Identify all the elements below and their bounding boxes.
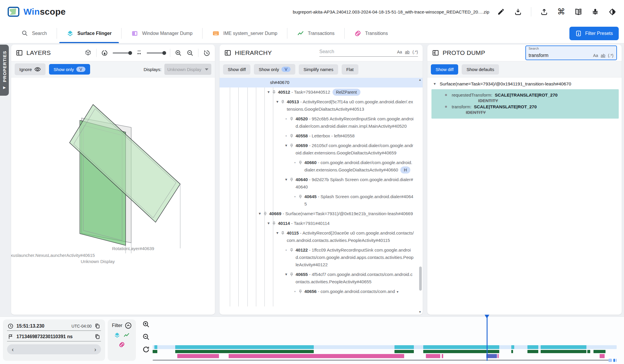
tab-search[interactable]: Search xyxy=(12,23,57,43)
timeline-scroll-handle[interactable] xyxy=(608,359,612,362)
rotation-slider[interactable] xyxy=(113,53,131,53)
timeline-row-transactions[interactable] xyxy=(153,350,617,353)
copy-icon[interactable] xyxy=(95,334,100,340)
transactions-filter-icon[interactable] xyxy=(123,332,130,338)
spacing-slider[interactable] xyxy=(147,53,166,53)
match-word-toggle[interactable]: ab xyxy=(405,50,410,54)
timeline-cursor[interactable] xyxy=(487,317,488,361)
panel-collapse-icon[interactable] xyxy=(16,49,23,56)
transaction-segment[interactable] xyxy=(394,350,414,353)
show-only-button[interactable]: Show only V xyxy=(49,64,90,75)
docs-icon[interactable] xyxy=(574,8,582,16)
proto-property-row[interactable]: requestedTransform:SCALE|TRANSLATE|ROT_2… xyxy=(431,92,619,103)
transition-segment[interactable] xyxy=(600,354,605,358)
dark-mode-icon[interactable] xyxy=(608,8,616,16)
tree-node-40669[interactable]: ▾40669 - Surface(name=Task=7931)/@0x619e… xyxy=(220,209,423,219)
transaction-segment[interactable] xyxy=(511,350,513,353)
surface-flinger-filter-icon[interactable] xyxy=(114,332,120,338)
timeline-zoom-reset-icon[interactable] xyxy=(142,346,150,353)
tree-node-40512[interactable]: ▾40512 - Task=7934#40512RelZParent xyxy=(220,87,423,97)
ns-time-field[interactable]: 1713469873230110391 ns xyxy=(7,333,101,341)
proto-property-row[interactable]: transform:SCALE|TRANSLATE|ROT_270IDENTIT… xyxy=(431,103,619,115)
proto-root-node[interactable]: ▾ Surface(name=Task=7934)/@0x1941191_tra… xyxy=(427,77,622,89)
collapse-arrow-icon[interactable]: ▾ xyxy=(274,98,281,105)
timeline-zoom-in-icon[interactable] xyxy=(142,320,150,328)
transaction-segment[interactable] xyxy=(541,350,587,353)
pin-icon[interactable] xyxy=(298,194,302,199)
collapse-arrow-icon[interactable]: ▾ xyxy=(265,88,272,96)
transition-segment[interactable] xyxy=(177,354,219,358)
download-icon[interactable] xyxy=(514,8,522,16)
collapse-arrow-icon[interactable]: ▾ xyxy=(256,210,263,217)
scroll-up-icon[interactable]: ▲ xyxy=(419,78,421,81)
zoom-out-icon[interactable] xyxy=(186,49,194,57)
layers-3d-scene[interactable]: RotationLayer#40639 exuslauncher.NexusLa… xyxy=(11,77,215,314)
show-diff-button[interactable]: Show diff xyxy=(223,64,250,75)
prev-frame-button[interactable]: ‹ xyxy=(12,346,14,353)
flat-button[interactable]: Flat xyxy=(342,64,358,75)
tree-node-40640[interactable]: ▾40640 - 9d2d27b Splash Screen com.googl… xyxy=(220,175,423,192)
spacing-slider-icon[interactable] xyxy=(136,49,142,56)
show-diff-button[interactable]: Show diff xyxy=(431,64,458,75)
panel-collapse-icon[interactable] xyxy=(432,49,439,56)
zoom-in-icon[interactable] xyxy=(175,49,182,57)
pin-icon[interactable] xyxy=(281,231,285,235)
transition-segment[interactable] xyxy=(442,354,443,358)
scrollbar-thumb[interactable] xyxy=(419,267,422,291)
sf-trace-segment[interactable] xyxy=(527,345,538,349)
pin-icon[interactable] xyxy=(281,100,285,104)
match-word-toggle[interactable]: ab xyxy=(601,53,606,58)
tree-node-40520[interactable]: •40520 - 952c6b5 ActivityRecordInputSink… xyxy=(220,114,423,131)
tab-window-manager-dump[interactable]: Window Manager Dump xyxy=(122,23,202,43)
transaction-segment[interactable] xyxy=(587,350,590,353)
sf-trace-segment[interactable] xyxy=(511,345,514,349)
displays-select[interactable]: Unknown Display xyxy=(164,64,211,75)
tab-transitions[interactable]: Transitions xyxy=(345,23,398,43)
transaction-segment[interactable] xyxy=(423,350,499,353)
transaction-segment[interactable] xyxy=(153,350,157,353)
collapse-filter-icon[interactable] xyxy=(125,322,132,329)
pin-icon[interactable] xyxy=(290,134,294,138)
transaction-segment[interactable] xyxy=(527,350,538,353)
show-only-button[interactable]: Show only V xyxy=(254,64,295,75)
tree-node-40656[interactable]: •40656 - com.google.android.contacts/com… xyxy=(220,287,423,297)
tree-node-40659[interactable]: ▾40659 - 26105cf com.google.android.dial… xyxy=(220,141,423,158)
match-case-toggle[interactable]: Aa xyxy=(593,53,598,58)
3d-view-icon[interactable] xyxy=(84,49,92,57)
panel-collapse-icon[interactable] xyxy=(224,49,231,56)
tree-node-40115[interactable]: ▾40115 - ActivityRecord{20ace0e u0 com.g… xyxy=(220,228,423,245)
collapse-arrow-icon[interactable]: ▾ xyxy=(432,81,437,86)
transitions-filter-icon[interactable] xyxy=(119,341,125,348)
collapse-arrow-icon[interactable]: ▾ xyxy=(265,220,272,227)
pin-icon[interactable] xyxy=(263,211,267,216)
bug-icon[interactable] xyxy=(591,8,599,16)
transition-segment-active[interactable] xyxy=(486,354,497,358)
copy-icon[interactable] xyxy=(95,323,100,329)
timeline-scroll-handle[interactable] xyxy=(615,359,617,362)
show-defaults-button[interactable]: Show defaults xyxy=(462,64,499,75)
hierarchy-search-input[interactable] xyxy=(319,49,394,54)
pin-icon[interactable] xyxy=(290,248,294,252)
tab-ime-system-server-dump[interactable]: IME system_server Dump xyxy=(203,23,287,43)
collapse-arrow-icon[interactable]: ▾ xyxy=(283,176,290,183)
tree-node-40558[interactable]: •40558 - Letterbox - left#40558 xyxy=(220,131,423,141)
tab-surface-flinger[interactable]: Surface Flinger xyxy=(57,23,121,43)
edit-icon[interactable] xyxy=(497,8,505,16)
match-case-toggle[interactable]: Aa xyxy=(397,50,402,54)
sf-trace-segment[interactable] xyxy=(423,345,499,349)
collapse-arrow-icon[interactable]: ▾ xyxy=(283,271,290,278)
tree-node-40645[interactable]: •40645 - Splash Screen com.google.androi… xyxy=(220,192,423,209)
pin-icon[interactable] xyxy=(272,90,276,95)
tree-node-40513[interactable]: ▾40513 - ActivityRecord{5c7f14a u0 com.g… xyxy=(220,97,423,114)
transaction-segment[interactable] xyxy=(175,350,313,353)
proto-search-input[interactable] xyxy=(529,53,591,58)
filter-presets-button[interactable]: Filter Presets xyxy=(569,27,619,40)
collapse-arrow-icon[interactable]: ▾ xyxy=(274,229,281,237)
pin-icon[interactable] xyxy=(272,221,276,226)
upload-icon[interactable] xyxy=(540,8,548,16)
ignore-button[interactable]: Ignore xyxy=(15,63,45,75)
timeline-scroll-handle[interactable] xyxy=(613,359,615,362)
transaction-segment[interactable] xyxy=(593,350,606,353)
sf-trace-segment[interactable] xyxy=(175,345,313,349)
transition-segment[interactable] xyxy=(426,354,440,358)
